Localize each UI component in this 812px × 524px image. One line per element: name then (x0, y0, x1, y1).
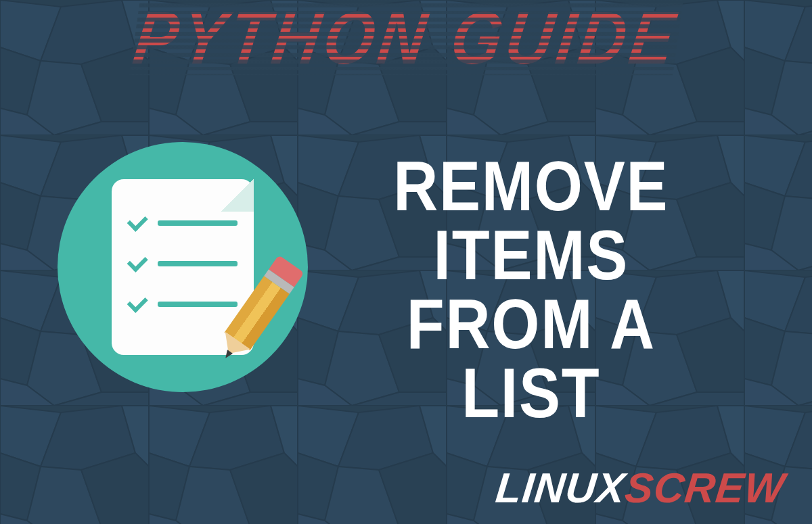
logo-part-1: LINUX (494, 465, 628, 511)
note-page-icon (112, 179, 254, 355)
article-title-line1: REMOVE ITEMS (332, 152, 731, 290)
site-logo: LINUXSCREW (494, 467, 787, 509)
checklist-with-pencil-icon (58, 142, 308, 392)
article-title-line2: FROM A LIST (332, 290, 731, 428)
pencil-icon (212, 255, 304, 367)
logo-part-2: SCREW (623, 465, 788, 511)
category-title: PYTHON GUIDE (0, 5, 812, 70)
article-title: REMOVE ITEMS FROM A LIST (332, 152, 731, 428)
